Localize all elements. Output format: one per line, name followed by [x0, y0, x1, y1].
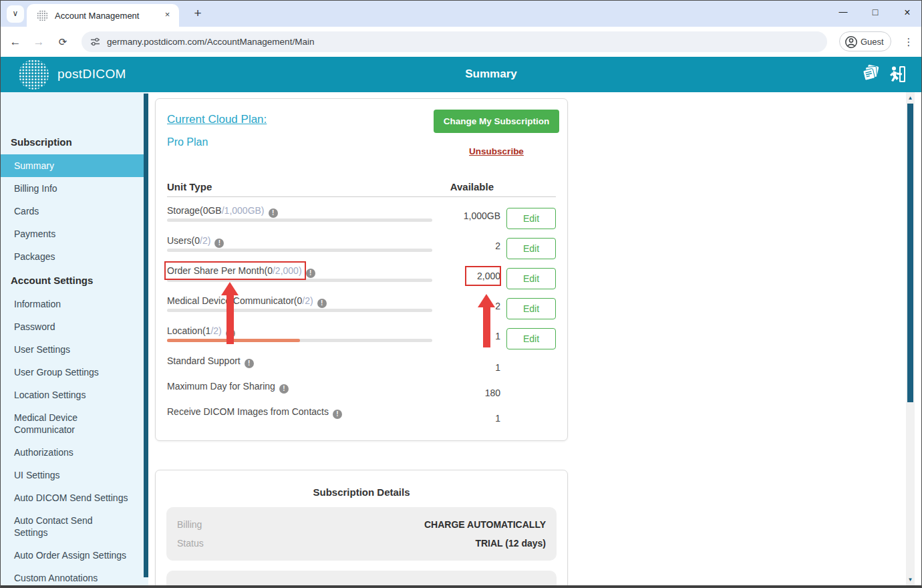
- subscription-details-title: Subscription Details: [156, 486, 567, 498]
- sidebar-item-authorizations[interactable]: Authorizations: [0, 441, 144, 464]
- site-info-icon[interactable]: [90, 36, 101, 50]
- sidebar-item-billing-info[interactable]: Billing Info: [0, 177, 144, 200]
- unit-row-receive-dicom-images-from-contacts: Receive DICOM Images from Contacts!1: [167, 404, 556, 430]
- available-value: 1,000GB: [464, 210, 500, 221]
- tab-search-chevron-icon[interactable]: ∨: [7, 5, 24, 23]
- info-icon[interactable]: !: [306, 269, 315, 278]
- unit-label: Users(0/2)!: [167, 235, 224, 248]
- sidebar-nav: SubscriptionSummaryBilling InfoCardsPaym…: [0, 92, 144, 585]
- unit-row-users-0: Users(0/2)!2Edit: [167, 233, 556, 263]
- info-icon[interactable]: !: [214, 239, 224, 248]
- sidebar-item-packages[interactable]: Packages: [0, 245, 144, 268]
- window-minimize-button[interactable]: —: [835, 7, 851, 20]
- edit-button[interactable]: Edit: [506, 208, 556, 229]
- sidebar-item-auto-order-assign-settings[interactable]: Auto Order Assign Settings: [0, 544, 144, 567]
- unit-label: Receive DICOM Images from Contacts!: [167, 406, 342, 419]
- browser-toolbar: ← → ⟳ germany.postdicom.com/AccountManag…: [0, 27, 922, 57]
- sidebar-item-medical-device-communicator[interactable]: Medical Device Communicator: [0, 406, 144, 441]
- edit-button[interactable]: Edit: [506, 268, 556, 289]
- usage-bar: [167, 218, 432, 222]
- available-value: 1: [495, 413, 500, 424]
- usage-bar: [167, 339, 432, 342]
- plan-name: Pro Plan: [167, 136, 208, 148]
- sidebar-item-information[interactable]: Information: [0, 293, 144, 315]
- current-cloud-plan-link[interactable]: Current Cloud Plan:: [167, 113, 267, 126]
- logout-icon[interactable]: [887, 64, 907, 87]
- unit-row-standard-support: Standard Support!1: [167, 353, 556, 379]
- back-icon[interactable]: ←: [6, 27, 25, 57]
- window-maximize-button[interactable]: □: [867, 7, 883, 20]
- scroll-down-icon[interactable]: ▼: [906, 575, 915, 584]
- info-icon[interactable]: !: [333, 410, 342, 419]
- info-icon[interactable]: !: [279, 384, 289, 394]
- app-header: postDICOM Summary: [0, 57, 922, 92]
- info-icon[interactable]: !: [317, 299, 327, 308]
- window-close-button[interactable]: ×: [899, 7, 915, 20]
- sidebar-scrollbar-thumb[interactable]: [144, 94, 148, 577]
- info-icon[interactable]: !: [226, 329, 235, 338]
- available-value: 180: [485, 388, 500, 398]
- unsubscribe-link[interactable]: Unsubscribe: [469, 146, 524, 156]
- sidebar-item-cards[interactable]: Cards: [0, 200, 144, 223]
- unit-label: Storage(0GB/1,000GB)!: [167, 205, 278, 218]
- column-header-unit-type: Unit Type: [167, 181, 212, 192]
- sidebar-section-account-settings: Account Settings: [0, 268, 144, 293]
- unit-row-medical-device-communicator-0: Medical Device Communicator(0/2)!2Edit: [167, 293, 556, 323]
- unit-label: Medical Device Communicator(0/2)!: [167, 295, 327, 308]
- usage-bar: [167, 249, 432, 252]
- sidebar-section-subscription: Subscription: [0, 130, 144, 154]
- edit-button[interactable]: Edit: [506, 328, 556, 349]
- unit-label: Order Share Per Month(0/2,000)!: [167, 265, 315, 278]
- sidebar-item-user-group-settings[interactable]: User Group Settings: [0, 361, 144, 384]
- browser-tab-strip: ∨ Account Management × + — □ ×: [0, 0, 922, 27]
- plan-card: Current Cloud Plan: Pro Plan Change My S…: [155, 98, 568, 441]
- subscription-details-box: BillingCHARGE AUTOMATICALLYStatusTRIAL (…: [166, 507, 557, 561]
- unit-label: Standard Support!: [167, 355, 254, 368]
- url-bar[interactable]: germany.postdicom.com/AccountManagement/…: [82, 31, 827, 52]
- page-scrollbar[interactable]: ▲ ▼: [906, 92, 915, 585]
- dicom-images-icon[interactable]: [861, 64, 883, 87]
- url-text: germany.postdicom.com/AccountManagement/…: [107, 37, 314, 47]
- details-row-status: StatusTRIAL (12 days): [177, 534, 546, 553]
- sidebar-item-payments[interactable]: Payments: [0, 223, 144, 245]
- sidebar-item-password[interactable]: Password: [0, 315, 144, 338]
- details-label: Status: [177, 534, 204, 553]
- sidebar-item-auto-contact-send-settings[interactable]: Auto Contact Send Settings: [0, 509, 144, 544]
- edit-button[interactable]: Edit: [506, 238, 556, 259]
- sidebar-item-ui-settings[interactable]: UI Settings: [0, 464, 144, 486]
- tab-close-icon[interactable]: ×: [162, 9, 173, 21]
- sidebar-item-summary[interactable]: Summary: [0, 154, 144, 177]
- reload-icon[interactable]: ⟳: [53, 27, 72, 57]
- available-value: 2: [495, 241, 500, 251]
- sidebar-scrollbar[interactable]: [144, 92, 148, 585]
- forward-icon[interactable]: →: [29, 27, 48, 57]
- edit-button[interactable]: Edit: [506, 298, 556, 319]
- available-value: 1: [495, 331, 500, 341]
- details-value: TRIAL (12 days): [475, 534, 546, 553]
- guest-label: Guest: [861, 37, 884, 47]
- taskbar-edge: [0, 585, 922, 588]
- sidebar-item-custom-annotations[interactable]: Custom Annotations: [0, 567, 144, 585]
- browser-tab[interactable]: Account Management ×: [27, 4, 179, 27]
- scroll-up-icon[interactable]: ▲: [906, 94, 915, 102]
- details-row-billing: BillingCHARGE AUTOMATICALLY: [177, 515, 546, 534]
- new-tab-button[interactable]: +: [190, 5, 206, 21]
- subscription-details-box-secondary: [166, 571, 557, 585]
- page-scrollbar-thumb[interactable]: [907, 104, 913, 402]
- brand-name: postDICOM: [57, 67, 126, 82]
- info-icon[interactable]: !: [245, 359, 254, 368]
- profile-button[interactable]: Guest: [839, 31, 891, 51]
- postdicom-favicon-icon: [37, 10, 48, 21]
- info-icon[interactable]: !: [269, 208, 278, 218]
- sidebar-item-location-settings[interactable]: Location Settings: [0, 384, 144, 406]
- subscription-details-card: Subscription Details BillingCHARGE AUTOM…: [155, 470, 568, 585]
- sidebar-item-user-settings[interactable]: User Settings: [0, 338, 144, 361]
- unit-label: Maximum Day for Sharing!: [167, 381, 289, 394]
- browser-menu-icon[interactable]: ⋮: [902, 27, 915, 57]
- details-label: Billing: [177, 515, 202, 534]
- change-subscription-button[interactable]: Change My Subscription: [434, 110, 559, 133]
- available-value: 2,000: [477, 271, 500, 281]
- table-divider: [167, 196, 556, 197]
- tab-title: Account Management: [55, 11, 139, 21]
- sidebar-item-auto-dicom-send-settings[interactable]: Auto DICOM Send Settings: [0, 486, 144, 509]
